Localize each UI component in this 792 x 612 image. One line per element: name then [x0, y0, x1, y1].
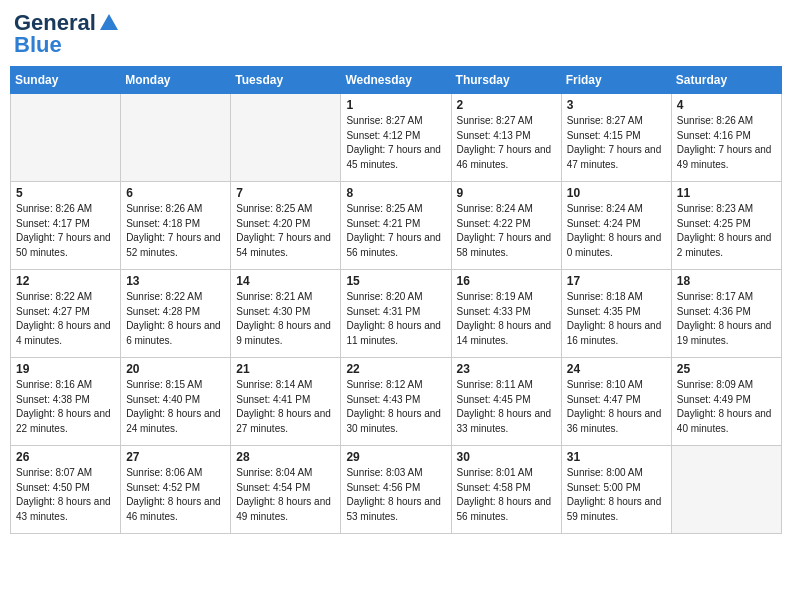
svg-marker-0: [100, 14, 118, 30]
calendar-week-row: 26Sunrise: 8:07 AM Sunset: 4:50 PM Dayli…: [11, 446, 782, 534]
calendar-day-15: 15Sunrise: 8:20 AM Sunset: 4:31 PM Dayli…: [341, 270, 451, 358]
day-info: Sunrise: 8:24 AM Sunset: 4:24 PM Dayligh…: [567, 202, 666, 260]
day-number: 15: [346, 274, 445, 288]
day-number: 28: [236, 450, 335, 464]
header-sunday: Sunday: [11, 67, 121, 94]
calendar-week-row: 19Sunrise: 8:16 AM Sunset: 4:38 PM Dayli…: [11, 358, 782, 446]
day-number: 25: [677, 362, 776, 376]
day-number: 16: [457, 274, 556, 288]
logo-blue: Blue: [14, 32, 62, 58]
calendar-table: SundayMondayTuesdayWednesdayThursdayFrid…: [10, 66, 782, 534]
day-info: Sunrise: 8:15 AM Sunset: 4:40 PM Dayligh…: [126, 378, 225, 436]
day-info: Sunrise: 8:27 AM Sunset: 4:15 PM Dayligh…: [567, 114, 666, 172]
day-info: Sunrise: 8:26 AM Sunset: 4:16 PM Dayligh…: [677, 114, 776, 172]
day-info: Sunrise: 8:00 AM Sunset: 5:00 PM Dayligh…: [567, 466, 666, 524]
day-number: 5: [16, 186, 115, 200]
day-info: Sunrise: 8:26 AM Sunset: 4:17 PM Dayligh…: [16, 202, 115, 260]
day-number: 18: [677, 274, 776, 288]
header-friday: Friday: [561, 67, 671, 94]
day-info: Sunrise: 8:27 AM Sunset: 4:13 PM Dayligh…: [457, 114, 556, 172]
day-info: Sunrise: 8:06 AM Sunset: 4:52 PM Dayligh…: [126, 466, 225, 524]
header-thursday: Thursday: [451, 67, 561, 94]
calendar-day-10: 10Sunrise: 8:24 AM Sunset: 4:24 PM Dayli…: [561, 182, 671, 270]
day-number: 31: [567, 450, 666, 464]
calendar-day-16: 16Sunrise: 8:19 AM Sunset: 4:33 PM Dayli…: [451, 270, 561, 358]
header-tuesday: Tuesday: [231, 67, 341, 94]
day-info: Sunrise: 8:27 AM Sunset: 4:12 PM Dayligh…: [346, 114, 445, 172]
calendar-day-30: 30Sunrise: 8:01 AM Sunset: 4:58 PM Dayli…: [451, 446, 561, 534]
calendar-week-row: 1Sunrise: 8:27 AM Sunset: 4:12 PM Daylig…: [11, 94, 782, 182]
day-info: Sunrise: 8:12 AM Sunset: 4:43 PM Dayligh…: [346, 378, 445, 436]
day-number: 27: [126, 450, 225, 464]
calendar-day-21: 21Sunrise: 8:14 AM Sunset: 4:41 PM Dayli…: [231, 358, 341, 446]
calendar-day-4: 4Sunrise: 8:26 AM Sunset: 4:16 PM Daylig…: [671, 94, 781, 182]
day-info: Sunrise: 8:10 AM Sunset: 4:47 PM Dayligh…: [567, 378, 666, 436]
day-info: Sunrise: 8:19 AM Sunset: 4:33 PM Dayligh…: [457, 290, 556, 348]
day-info: Sunrise: 8:25 AM Sunset: 4:20 PM Dayligh…: [236, 202, 335, 260]
calendar-empty-cell: [671, 446, 781, 534]
calendar-day-14: 14Sunrise: 8:21 AM Sunset: 4:30 PM Dayli…: [231, 270, 341, 358]
calendar-day-20: 20Sunrise: 8:15 AM Sunset: 4:40 PM Dayli…: [121, 358, 231, 446]
day-number: 2: [457, 98, 556, 112]
logo: General Blue: [14, 10, 120, 58]
day-info: Sunrise: 8:22 AM Sunset: 4:28 PM Dayligh…: [126, 290, 225, 348]
calendar-day-1: 1Sunrise: 8:27 AM Sunset: 4:12 PM Daylig…: [341, 94, 451, 182]
calendar-day-27: 27Sunrise: 8:06 AM Sunset: 4:52 PM Dayli…: [121, 446, 231, 534]
calendar-empty-cell: [121, 94, 231, 182]
calendar-day-9: 9Sunrise: 8:24 AM Sunset: 4:22 PM Daylig…: [451, 182, 561, 270]
calendar-empty-cell: [231, 94, 341, 182]
header-saturday: Saturday: [671, 67, 781, 94]
day-info: Sunrise: 8:21 AM Sunset: 4:30 PM Dayligh…: [236, 290, 335, 348]
calendar-day-6: 6Sunrise: 8:26 AM Sunset: 4:18 PM Daylig…: [121, 182, 231, 270]
header-monday: Monday: [121, 67, 231, 94]
logo-icon: [98, 12, 120, 34]
calendar-day-17: 17Sunrise: 8:18 AM Sunset: 4:35 PM Dayli…: [561, 270, 671, 358]
page-header: General Blue: [10, 10, 782, 58]
calendar-day-11: 11Sunrise: 8:23 AM Sunset: 4:25 PM Dayli…: [671, 182, 781, 270]
day-info: Sunrise: 8:03 AM Sunset: 4:56 PM Dayligh…: [346, 466, 445, 524]
calendar-day-13: 13Sunrise: 8:22 AM Sunset: 4:28 PM Dayli…: [121, 270, 231, 358]
calendar-day-23: 23Sunrise: 8:11 AM Sunset: 4:45 PM Dayli…: [451, 358, 561, 446]
calendar-day-8: 8Sunrise: 8:25 AM Sunset: 4:21 PM Daylig…: [341, 182, 451, 270]
day-number: 12: [16, 274, 115, 288]
day-info: Sunrise: 8:26 AM Sunset: 4:18 PM Dayligh…: [126, 202, 225, 260]
day-info: Sunrise: 8:24 AM Sunset: 4:22 PM Dayligh…: [457, 202, 556, 260]
day-info: Sunrise: 8:20 AM Sunset: 4:31 PM Dayligh…: [346, 290, 445, 348]
day-number: 13: [126, 274, 225, 288]
day-number: 19: [16, 362, 115, 376]
day-number: 26: [16, 450, 115, 464]
day-number: 7: [236, 186, 335, 200]
day-number: 11: [677, 186, 776, 200]
day-number: 23: [457, 362, 556, 376]
day-info: Sunrise: 8:09 AM Sunset: 4:49 PM Dayligh…: [677, 378, 776, 436]
calendar-week-row: 12Sunrise: 8:22 AM Sunset: 4:27 PM Dayli…: [11, 270, 782, 358]
day-info: Sunrise: 8:07 AM Sunset: 4:50 PM Dayligh…: [16, 466, 115, 524]
day-number: 20: [126, 362, 225, 376]
day-info: Sunrise: 8:17 AM Sunset: 4:36 PM Dayligh…: [677, 290, 776, 348]
calendar-day-22: 22Sunrise: 8:12 AM Sunset: 4:43 PM Dayli…: [341, 358, 451, 446]
day-info: Sunrise: 8:23 AM Sunset: 4:25 PM Dayligh…: [677, 202, 776, 260]
day-info: Sunrise: 8:01 AM Sunset: 4:58 PM Dayligh…: [457, 466, 556, 524]
calendar-day-12: 12Sunrise: 8:22 AM Sunset: 4:27 PM Dayli…: [11, 270, 121, 358]
calendar-day-26: 26Sunrise: 8:07 AM Sunset: 4:50 PM Dayli…: [11, 446, 121, 534]
calendar-day-7: 7Sunrise: 8:25 AM Sunset: 4:20 PM Daylig…: [231, 182, 341, 270]
day-number: 17: [567, 274, 666, 288]
day-number: 22: [346, 362, 445, 376]
calendar-day-2: 2Sunrise: 8:27 AM Sunset: 4:13 PM Daylig…: [451, 94, 561, 182]
day-info: Sunrise: 8:16 AM Sunset: 4:38 PM Dayligh…: [16, 378, 115, 436]
day-number: 29: [346, 450, 445, 464]
day-number: 6: [126, 186, 225, 200]
calendar-day-18: 18Sunrise: 8:17 AM Sunset: 4:36 PM Dayli…: [671, 270, 781, 358]
day-info: Sunrise: 8:11 AM Sunset: 4:45 PM Dayligh…: [457, 378, 556, 436]
day-info: Sunrise: 8:04 AM Sunset: 4:54 PM Dayligh…: [236, 466, 335, 524]
day-info: Sunrise: 8:22 AM Sunset: 4:27 PM Dayligh…: [16, 290, 115, 348]
calendar-header-row: SundayMondayTuesdayWednesdayThursdayFrid…: [11, 67, 782, 94]
calendar-day-24: 24Sunrise: 8:10 AM Sunset: 4:47 PM Dayli…: [561, 358, 671, 446]
day-number: 4: [677, 98, 776, 112]
day-number: 10: [567, 186, 666, 200]
day-info: Sunrise: 8:18 AM Sunset: 4:35 PM Dayligh…: [567, 290, 666, 348]
calendar-day-19: 19Sunrise: 8:16 AM Sunset: 4:38 PM Dayli…: [11, 358, 121, 446]
day-info: Sunrise: 8:14 AM Sunset: 4:41 PM Dayligh…: [236, 378, 335, 436]
header-wednesday: Wednesday: [341, 67, 451, 94]
day-number: 3: [567, 98, 666, 112]
